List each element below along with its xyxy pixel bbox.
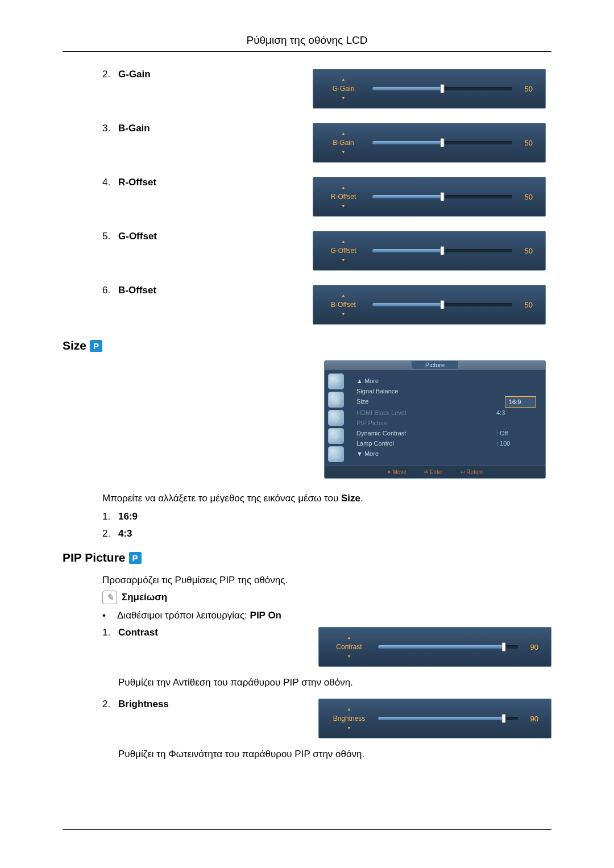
menu-item[interactable]: Lamp Control: 100 xyxy=(356,438,536,448)
menu-value: : Off xyxy=(496,428,536,438)
note-label: Σημείωση xyxy=(122,592,167,603)
osd-slider-track[interactable] xyxy=(372,141,512,144)
pip-heading-text: PIP Picture xyxy=(63,551,126,564)
osd-slider-panel: R-Offset 50 xyxy=(313,177,546,217)
setting-name: R-Offset xyxy=(118,177,192,188)
menu-item-label: HDMI Black Level xyxy=(356,408,496,418)
list-number: 2. xyxy=(102,699,118,710)
list-item: 2. 4:3 xyxy=(102,528,551,539)
menu-item-label: PIP Picture xyxy=(356,418,496,428)
osd-slider-panel: B-Offset 50 xyxy=(313,285,546,325)
menu-more-top[interactable]: ▲ More xyxy=(356,376,536,386)
osd-slider-panel: G-Gain 50 xyxy=(313,69,546,109)
osd-slider-label: G-Gain xyxy=(326,85,361,93)
osd-slider-knob[interactable] xyxy=(502,714,506,723)
osd-menu-footer: ✦ Move ⏎ Enter ↩ Return xyxy=(325,466,545,478)
osd-slider-label: B-Gain xyxy=(326,139,361,147)
pip-items: 1. Contrast Contrast 90 Ρυθμίζει την Αντ… xyxy=(63,627,551,760)
osd-slider-track[interactable] xyxy=(378,645,518,649)
osd-icon-input: ⇄ xyxy=(328,373,344,389)
osd-slider-knob[interactable] xyxy=(441,300,445,309)
list-label: 16:9 xyxy=(118,511,138,522)
osd-slider-track[interactable] xyxy=(372,249,512,252)
osd-menu-list: ▲ More Signal Balance Size16:9 HDMI Blac… xyxy=(351,373,542,462)
pip-setting-name: Contrast xyxy=(118,627,198,638)
menu-item-label: Signal Balance xyxy=(356,386,496,396)
osd-slider-knob[interactable] xyxy=(441,138,445,147)
osd-menu-icon-column: ⇄ ▣ ◔ ⚙ ◫ xyxy=(328,373,351,462)
setting-row: 6. B-Offset B-Offset 50 xyxy=(102,285,546,325)
list-number: 5. xyxy=(102,231,118,242)
osd-slider-panel: B-Gain 50 xyxy=(313,123,546,163)
list-number: 2. xyxy=(102,69,118,80)
osd-slider-value: 50 xyxy=(518,139,533,147)
note-row: ✎ Σημείωση xyxy=(63,591,551,604)
page-title: Ρύθμιση της οθόνης LCD xyxy=(63,34,551,47)
osd-slider-panel: Brightness 90 xyxy=(318,699,551,738)
osd-icon-picture: ▣ xyxy=(328,392,344,408)
bottom-rule xyxy=(63,829,551,830)
pip-setting-row: 2. Brightness Brightness 90 xyxy=(63,699,551,738)
osd-slider-label: Brightness xyxy=(331,715,367,722)
menu-value: 4:3 xyxy=(496,408,536,418)
setting-row: 2. G-Gain G-Gain 50 xyxy=(102,69,546,109)
osd-slider-value: 50 xyxy=(518,193,533,201)
pip-picture-heading: PIP PictureP xyxy=(63,551,551,564)
osd-icon-multi: ◫ xyxy=(328,446,344,462)
pip-setting-row: 1. Contrast Contrast 90 xyxy=(63,627,551,667)
menu-item-label: Lamp Control xyxy=(356,438,496,448)
list-number: 4. xyxy=(102,177,118,188)
osd-slider-track[interactable] xyxy=(372,87,512,90)
setting-name: B-Gain xyxy=(118,123,192,134)
pip-setting-desc: Ρυθμίζει τη Φωτεινότητα του παράθυρου PI… xyxy=(63,749,551,760)
pip-description: Προσαρμόζει τις Ρυθμίσεις PIP της οθόνης… xyxy=(63,575,551,586)
list-number: 2. xyxy=(102,528,118,539)
setting-row: 3. B-Gain B-Gain 50 xyxy=(102,123,546,163)
list-number: 1. xyxy=(102,627,118,638)
menu-item[interactable]: Signal Balance xyxy=(356,386,536,396)
pip-setting-desc: Ρυθμίζει την Αντίθεση του παράθυρου PIP … xyxy=(63,677,551,688)
menu-value xyxy=(496,386,536,396)
osd-slider-value: 90 xyxy=(524,643,538,651)
osd-slider-panel: Contrast 90 xyxy=(318,627,551,667)
menu-item-label: Size xyxy=(356,396,505,408)
pip-mode-bullet: • Διαθέσιμοι τρόποι λειτουργίας: PIP On xyxy=(63,610,551,621)
menu-item: PIP Picture xyxy=(356,418,536,428)
setting-row: 5. G-Offset G-Offset 50 xyxy=(102,231,546,271)
p-icon: P xyxy=(90,340,102,352)
menu-item[interactable]: Size16:9 xyxy=(356,396,536,408)
osd-slider-value: 50 xyxy=(518,247,533,255)
osd-slider-track[interactable] xyxy=(372,303,512,306)
osd-slider-value: 90 xyxy=(524,715,538,723)
osd-slider-track[interactable] xyxy=(378,717,518,720)
osd-slider-knob[interactable] xyxy=(502,642,506,651)
list-label: 4:3 xyxy=(118,528,132,539)
pip-setting-name: Brightness xyxy=(118,699,198,710)
osd-menu-tab: Picture xyxy=(411,361,459,369)
osd-foot-enter: ⏎ Enter xyxy=(424,469,443,475)
note-icon: ✎ xyxy=(102,591,117,604)
osd-icon-settings: ⚙ xyxy=(328,428,344,444)
osd-icon-timer: ◔ xyxy=(328,410,344,426)
osd-slider-knob[interactable] xyxy=(441,84,445,93)
osd-slider-knob[interactable] xyxy=(441,246,445,255)
menu-more-bottom[interactable]: ▼ More xyxy=(356,448,536,459)
size-options-list: 1. 16:9 2. 4:3 xyxy=(63,511,551,539)
menu-value xyxy=(496,418,536,428)
osd-slider-panel: G-Offset 50 xyxy=(313,231,546,271)
menu-value-selected[interactable]: 16:9 xyxy=(505,396,536,408)
list-item: 1. 16:9 xyxy=(102,511,551,522)
osd-slider-label: G-Offset xyxy=(326,247,361,255)
osd-slider-value: 50 xyxy=(518,85,533,93)
setting-row: 4. R-Offset R-Offset 50 xyxy=(102,177,546,217)
setting-name: B-Offset xyxy=(118,285,192,296)
osd-slider-label: Contrast xyxy=(331,643,367,651)
menu-item[interactable]: Dynamic Contrast: Off xyxy=(356,428,536,438)
osd-slider-knob[interactable] xyxy=(441,192,445,201)
p-icon: P xyxy=(129,552,142,564)
osd-picture-menu: Picture ⇄ ▣ ◔ ⚙ ◫ ▲ More Signal Balance … xyxy=(324,360,546,479)
osd-foot-return: ↩ Return xyxy=(460,469,484,475)
osd-slider-track[interactable] xyxy=(372,195,512,198)
osd-slider-label: B-Offset xyxy=(326,301,361,309)
size-description: Μπορείτε να αλλάξετε το μέγεθος της εικό… xyxy=(63,493,551,504)
